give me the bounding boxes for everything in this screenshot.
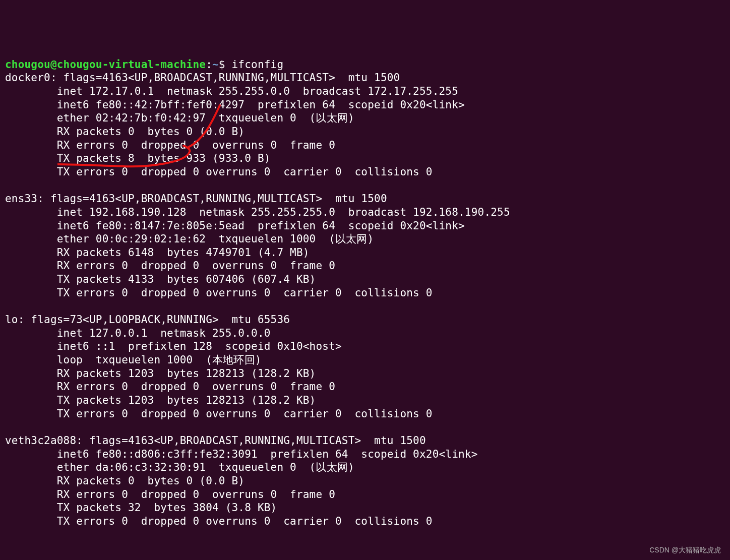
csdn-watermark: CSDN @大猪猪吃虎虎	[649, 546, 721, 555]
veth-rx-packets: RX packets 0 bytes 0 (0.0 B)	[5, 475, 245, 487]
lo-rx-packets: RX packets 1203 bytes 128213 (128.2 KB)	[5, 367, 316, 380]
lo-inet: inet 127.0.0.1 netmask 255.0.0.0	[5, 327, 271, 339]
docker0-rx-packets: RX packets 0 bytes 0 (0.0 B)	[5, 126, 245, 138]
ens33-inet6: inet6 fe80::8147:7e:805e:5ead prefixlen …	[5, 220, 465, 232]
terminal-output[interactable]: chougou@chougou-virtual-machine:~$ ifcon…	[5, 58, 725, 528]
veth-tx-packets: TX packets 32 bytes 3804 (3.8 KB)	[5, 502, 277, 514]
docker0-rx-errors: RX errors 0 dropped 0 overruns 0 frame 0	[5, 139, 335, 151]
prompt-dollar: $	[219, 58, 225, 71]
prompt-colon: :	[206, 58, 212, 71]
lo-loop: loop txqueuelen 1000 (本地环回)	[5, 354, 262, 366]
docker0-tx-packets: TX packets 8 bytes 933 (933.0 B)	[5, 152, 271, 164]
veth-ether: ether da:06:c3:32:30:91 txqueuelen 0 (以太…	[5, 461, 354, 473]
lo-tx-packets: TX packets 1203 bytes 128213 (128.2 KB)	[5, 394, 316, 406]
ens33-ether: ether 00:0c:29:02:1e:62 txqueuelen 1000 …	[5, 233, 374, 245]
veth-header: veth3c2a088: flags=4163<UP,BROADCAST,RUN…	[5, 434, 426, 447]
lo-inet6: inet6 ::1 prefixlen 128 scopeid 0x10<hos…	[5, 340, 342, 352]
docker0-tx-errors: TX errors 0 dropped 0 overruns 0 carrier…	[5, 166, 433, 178]
lo-header: lo: flags=73<UP,LOOPBACK,RUNNING> mtu 65…	[5, 314, 290, 326]
ens33-rx-errors: RX errors 0 dropped 0 overruns 0 frame 0	[5, 260, 335, 272]
lo-rx-errors: RX errors 0 dropped 0 overruns 0 frame 0	[5, 381, 335, 393]
ens33-tx-packets: TX packets 4133 bytes 607406 (607.4 KB)	[5, 273, 316, 285]
prompt-path: ~	[212, 58, 219, 71]
veth-tx-errors: TX errors 0 dropped 0 overruns 0 carrier…	[5, 515, 433, 527]
ens33-header: ens33: flags=4163<UP,BROADCAST,RUNNING,M…	[5, 193, 387, 205]
prompt-user: chougou	[5, 58, 50, 71]
lo-tx-errors: TX errors 0 dropped 0 overruns 0 carrier…	[5, 408, 433, 420]
ens33-tx-errors: TX errors 0 dropped 0 overruns 0 carrier…	[5, 287, 433, 299]
veth-inet6: inet6 fe80::d806:c3ff:fe32:3091 prefixle…	[5, 448, 478, 460]
docker0-inet6: inet6 fe80::42:7bff:fef0:4297 prefixlen …	[5, 99, 465, 111]
docker0-ether: ether 02:42:7b:f0:42:97 txqueuelen 0 (以太…	[5, 112, 354, 124]
docker0-header: docker0: flags=4163<UP,BROADCAST,RUNNING…	[5, 72, 400, 84]
ens33-inet: inet 192.168.190.128 netmask 255.255.255…	[5, 206, 510, 218]
prompt-host: chougou-virtual-machine	[57, 58, 206, 71]
docker0-inet: inet 172.17.0.1 netmask 255.255.0.0 broa…	[5, 85, 458, 97]
prompt-at: @	[50, 58, 57, 71]
prompt-command: ifconfig	[225, 58, 284, 71]
ens33-rx-packets: RX packets 6148 bytes 4749701 (4.7 MB)	[5, 246, 310, 259]
veth-rx-errors: RX errors 0 dropped 0 overruns 0 frame 0	[5, 488, 335, 501]
